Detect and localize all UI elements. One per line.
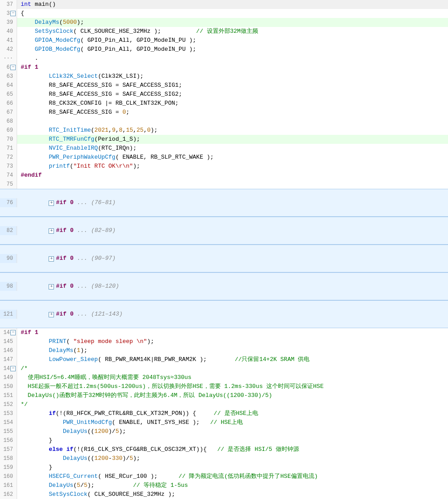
folded-region[interactable]: 121 +#if 0 ... (121–143) (0, 300, 448, 328)
line-number: 75 (0, 180, 17, 189)
line-number: 152 (0, 400, 17, 409)
fold-close-icon[interactable]: − (10, 65, 16, 70)
line-text (17, 117, 448, 126)
line-number: 71 (0, 144, 17, 153)
code-line: 65 R8_SAFE_ACCESS_SIG = SAFE_ACCESS_SIG2… (0, 90, 448, 99)
line-text: DelayMs(5000); (17, 18, 448, 27)
line-number: 70 (0, 135, 17, 144)
code-line: 38− { (0, 9, 448, 18)
line-text: DelayUs()函数时基于32M时钟的书写，此时主频为6.4M，所以 Dela… (17, 391, 448, 400)
line-number: 151 (0, 391, 17, 400)
line-text: /* (17, 364, 448, 373)
folded-region[interactable]: 98 +#if 0 ... (98–120) (0, 272, 448, 300)
code-line: 62− #if 1 (0, 63, 448, 72)
code-line: 70 RTC_TMRFunCfg(Period_1_S); (0, 135, 448, 144)
fold-content: +#if 0 ... (121–143) (17, 301, 448, 328)
line-number: 69 (0, 126, 17, 135)
line-number: 82 (0, 226, 17, 235)
code-line: 150 HSE起振一般不超过1.2ms(500us-1200us)，所以切换到外… (0, 382, 448, 391)
line-number: 65 (0, 90, 17, 99)
fold-expand-icon[interactable]: + (49, 256, 54, 262)
line-number: 147 (0, 355, 17, 364)
line-number: 154 (0, 418, 17, 427)
code-line: 149 使用HSI/5=6.4M睡眠，唤醒时间大概需要 2048Tsys≈330… (0, 373, 448, 382)
line-number: 156 (0, 436, 17, 445)
line-text: #endif (17, 171, 448, 180)
fold-expand-icon[interactable]: + (49, 200, 54, 206)
code-line: 71 NVIC_EnableIRQ(RTC_IRQn); (0, 144, 448, 153)
line-text: DelayUs((1200-330)/5); (17, 454, 448, 463)
code-line: 159 } (0, 463, 448, 472)
code-line: 162 SetSysClock( CLK_SOURCE_HSE_32MHz ); (0, 490, 448, 499)
line-text: 使用HSI/5=6.4M睡眠，唤醒时间大概需要 2048Tsys≈330us (17, 373, 448, 382)
fold-close-icon[interactable]: − (10, 366, 16, 371)
line-number: 162 (0, 490, 17, 499)
line-number: 146 (0, 346, 17, 355)
line-number: 74 (0, 171, 17, 180)
line-text: PRINT( "sleep mode sleep \n"); (17, 337, 448, 346)
code-line: 37 int main() (0, 0, 448, 9)
code-line: 153 if(!(R8_HFCK_PWR_CTRL&RB_CLK_XT32M_P… (0, 409, 448, 418)
line-number: 39 (0, 18, 17, 27)
line-text: else if(!(R16_CLK_SYS_CFG&RB_CLK_OSC32M_… (17, 445, 448, 454)
code-line: 67 R8_SAFE_ACCESS_SIG = 0; (0, 108, 448, 117)
fold-content: +#if 0 ... (98–120) (17, 273, 448, 300)
line-text: R8_CK32K_CONFIG |= RB_CLK_INT32K_PON; (17, 99, 448, 108)
line-number: 148− (0, 364, 17, 373)
line-number: 160 (0, 472, 17, 481)
fold-expand-icon[interactable]: + (49, 228, 54, 234)
code-line: 156 } (0, 436, 448, 445)
fold-close-icon[interactable]: − (10, 11, 16, 16)
line-text: R8_SAFE_ACCESS_SIG = SAFE_ACCESS_SIG1; (17, 81, 448, 90)
line-text: R8_SAFE_ACCESS_SIG = SAFE_ACCESS_SIG2; (17, 90, 448, 99)
code-editor: 37 int main() 38− { 39 DelayMs(5000); 40… (0, 0, 448, 499)
line-text: NVIC_EnableIRQ(RTC_IRQn); (17, 144, 448, 153)
code-line: 40 SetSysClock( CLK_SOURCE_HSE_32MHz ); … (0, 27, 448, 36)
line-number: 144− (0, 328, 17, 337)
code-line: 145 PRINT( "sleep mode sleep \n"); (0, 337, 448, 346)
line-number: 41 (0, 36, 17, 45)
line-number: 145 (0, 337, 17, 346)
line-number: 40 (0, 27, 17, 36)
line-text: SetSysClock( CLK_SOURCE_HSE_32MHz ); // … (17, 27, 448, 36)
fold-expand-icon[interactable]: + (49, 284, 54, 290)
line-text: } (17, 436, 448, 445)
code-line: 152 */ (0, 400, 448, 409)
line-number: 150 (0, 382, 17, 391)
line-text: R8_SAFE_ACCESS_SIG = 0; (17, 108, 448, 117)
line-number: 62− (0, 63, 17, 72)
line-text: } (17, 463, 448, 472)
line-number: 63 (0, 72, 17, 81)
line-number: 153 (0, 409, 17, 418)
code-line: 75 (0, 180, 448, 189)
line-number: 149 (0, 373, 17, 382)
line-number: 161 (0, 481, 17, 490)
code-line: 147 LowPower_Sleep( RB_PWR_RAM14K|RB_PWR… (0, 355, 448, 364)
line-number: 98 (0, 282, 17, 291)
line-text: HSE起振一般不超过1.2ms(500us-1200us)，所以切换到外部HSE… (17, 382, 448, 391)
fold-content: +#if 0 ... (90–97) (17, 245, 448, 272)
fold-close-icon[interactable]: − (10, 330, 16, 335)
line-number: 66 (0, 99, 17, 108)
code-line: 160 HSECFG_Current( HSE_RCur_100 ); // 降… (0, 472, 448, 481)
folded-region[interactable]: 82 +#if 0 ... (82–89) (0, 217, 448, 245)
line-text: PWR_UnitModCfg( ENABLE, UNIT_SYS_HSE ); … (17, 418, 448, 427)
line-text: printf("Init RTC OK\r\n"); (17, 162, 448, 171)
code-line-dotted: ··· . (0, 54, 448, 63)
code-line: 74 #endif (0, 171, 448, 180)
line-number: 42 (0, 45, 17, 54)
line-text: LClk32K_Select(Clk32K_LSI); (17, 72, 448, 81)
fold-expand-icon[interactable]: + (49, 312, 54, 317)
line-number: 64 (0, 81, 17, 90)
folded-region[interactable]: 76 +#if 0 ... (76–81) (0, 189, 448, 217)
line-number: 73 (0, 162, 17, 171)
line-text: SetSysClock( CLK_SOURCE_HSE_32MHz ); (17, 490, 448, 499)
line-text: HSECFG_Current( HSE_RCur_100 ); // 降为额定电… (17, 472, 448, 481)
code-line: 148− /* (0, 364, 448, 373)
folded-region[interactable]: 90 +#if 0 ... (90–97) (0, 245, 448, 272)
line-number: 37 (0, 0, 17, 9)
code-line: 39 DelayMs(5000); (0, 18, 448, 27)
line-text: #if 1 (17, 63, 448, 72)
code-line: 146 DelayMs(1); (0, 346, 448, 355)
line-number: 155 (0, 427, 17, 436)
